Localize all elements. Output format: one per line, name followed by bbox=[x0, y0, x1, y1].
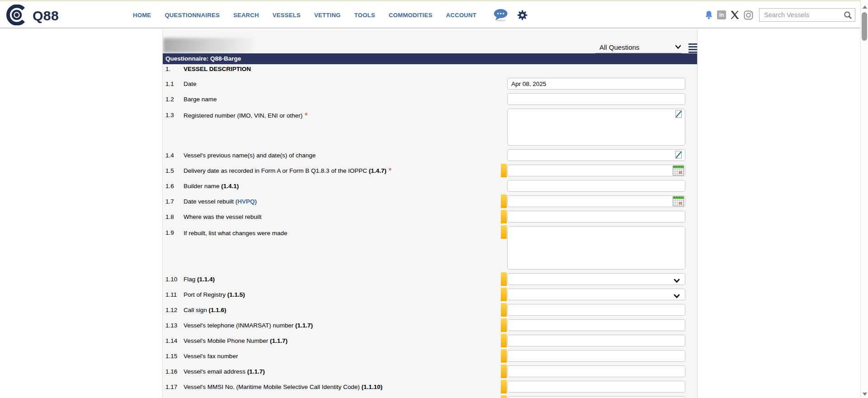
q-1.18-input[interactable] bbox=[507, 396, 685, 398]
q-1.11-select[interactable] bbox=[507, 289, 685, 300]
question-label: Vessel's MMSI No. (Maritime Mobile Selec… bbox=[184, 383, 482, 391]
question-label: Barge name bbox=[184, 95, 482, 103]
required-asterisk: * bbox=[305, 112, 307, 119]
edit-note-icon[interactable] bbox=[674, 109, 683, 120]
nav-item-tools[interactable]: TOOLS bbox=[354, 12, 375, 19]
question-crossref: (1.1.7) bbox=[268, 337, 288, 344]
question-row: 1.15Vessel's fax number bbox=[163, 350, 697, 362]
nav-item-home[interactable]: HOME bbox=[133, 12, 151, 19]
scrollbar-thumb[interactable] bbox=[862, 12, 867, 41]
question-label: Vessel's previous name(s) and date(s) of… bbox=[184, 152, 482, 159]
question-label: Date vessel rebuilt (HVPQ) bbox=[184, 198, 482, 205]
chat-bubble-icon[interactable] bbox=[493, 9, 509, 22]
pending-field-marker bbox=[501, 288, 507, 301]
q-1.13-input[interactable] bbox=[507, 319, 685, 331]
q-1.6-input[interactable] bbox=[507, 180, 685, 192]
question-number: 1.3 bbox=[165, 112, 174, 118]
q-1.15-input[interactable] bbox=[507, 350, 685, 362]
linkedin-icon[interactable]: in bbox=[717, 10, 726, 19]
question-crossref: (1.1.5) bbox=[226, 291, 245, 298]
question-crossref: (1.4.1) bbox=[220, 183, 239, 190]
page-scrollbar[interactable] bbox=[860, 0, 868, 398]
q88-logo-mark-icon bbox=[6, 5, 27, 27]
question-row: 1.18Trading area bbox=[163, 396, 697, 398]
question-crossref: (1.1.4) bbox=[195, 276, 215, 283]
question-label: Vessel's email address (1.1.7) bbox=[184, 368, 482, 375]
edit-note-icon[interactable] bbox=[674, 150, 683, 161]
question-row: 1.3Registered number (IMO, VIN, ENI or o… bbox=[163, 109, 697, 146]
q-1.16-input[interactable] bbox=[507, 365, 685, 377]
question-row: 1.4Vessel's previous name(s) and date(s)… bbox=[163, 149, 697, 161]
questionnaire-panel: All Questions Questionnaire: Q88-Barge 1… bbox=[162, 29, 698, 398]
question-filter-select[interactable]: All Questions bbox=[595, 41, 681, 53]
question-row: 1.16Vessel's email address (1.1.7) bbox=[163, 365, 697, 377]
question-crossref: (1.4.7) bbox=[367, 167, 387, 174]
question-row: 1.11Port of Registry (1.1.5) bbox=[163, 289, 697, 300]
hvpq-link[interactable]: HVPQ bbox=[237, 198, 255, 205]
question-row: 1.14Vessel's Mobile Phone Number (1.1.7) bbox=[163, 335, 697, 346]
question-label: Date bbox=[184, 80, 482, 88]
settings-gear-icon[interactable] bbox=[517, 9, 528, 21]
q-1.8-input[interactable] bbox=[507, 211, 685, 223]
q-1.14-input[interactable] bbox=[507, 335, 685, 346]
q-1.12-input[interactable] bbox=[507, 304, 685, 316]
nav-item-vetting[interactable]: VETTING bbox=[314, 12, 341, 19]
nav-item-questionnaires[interactable]: QUESTIONNAIRES bbox=[165, 12, 220, 19]
section-number: 1. bbox=[165, 66, 170, 72]
questionnaire-title-bar: Questionnaire: Q88-Barge bbox=[163, 53, 697, 64]
question-row: 1.8Where was the vessel rebuilt bbox=[163, 211, 697, 223]
calendar-icon[interactable] bbox=[673, 196, 684, 208]
chevron-down-icon bbox=[674, 292, 680, 300]
notification-bell-icon[interactable] bbox=[705, 10, 713, 20]
hamburger-menu-icon[interactable] bbox=[689, 43, 698, 54]
instagram-icon[interactable] bbox=[744, 10, 753, 20]
question-row: 1.12Call sign (1.1.6) bbox=[163, 304, 697, 316]
question-row: 1.6Builder name (1.4.1) bbox=[163, 180, 697, 192]
pending-field-marker bbox=[501, 349, 507, 363]
question-label: Vessel's fax number bbox=[184, 352, 482, 360]
question-label: If rebuilt, list what changes were made bbox=[184, 229, 482, 237]
section-title: VESSEL DESCRIPTION bbox=[184, 66, 251, 72]
q-1.3-textarea[interactable] bbox=[507, 109, 685, 146]
pending-field-marker bbox=[501, 303, 507, 317]
q-1.10-select[interactable] bbox=[507, 273, 685, 285]
question-row: 1.17Vessel's MMSI No. (Maritime Mobile S… bbox=[163, 381, 697, 393]
nav-item-vessels[interactable]: VESSELS bbox=[273, 12, 301, 19]
question-label: Flag (1.1.4) bbox=[184, 275, 482, 283]
q-1.4-input[interactable] bbox=[507, 149, 685, 161]
redacted-vessel-name bbox=[163, 38, 254, 53]
chevron-down-icon bbox=[675, 45, 681, 49]
calendar-icon[interactable] bbox=[673, 166, 684, 177]
question-number: 1.9 bbox=[165, 229, 174, 236]
nav-item-search[interactable]: SEARCH bbox=[233, 12, 259, 19]
required-asterisk: * bbox=[389, 167, 392, 175]
pending-field-marker bbox=[501, 318, 507, 332]
magnifier-icon[interactable] bbox=[844, 11, 852, 21]
question-label: Builder name (1.4.1) bbox=[184, 182, 482, 190]
question-crossref: (1.1.7) bbox=[245, 368, 265, 375]
question-label: Call sign (1.1.6) bbox=[184, 306, 482, 314]
nav-item-commodities[interactable]: COMMODITIES bbox=[389, 12, 433, 19]
question-number: 1.17 bbox=[165, 384, 177, 390]
question-label: Vessel's telephone (INMARSAT) number (1.… bbox=[184, 322, 482, 329]
q-1.2-input[interactable] bbox=[507, 93, 685, 105]
scrollbar-down-arrow-icon[interactable] bbox=[863, 393, 867, 396]
question-number: 1.11 bbox=[165, 291, 177, 298]
nav-item-account[interactable]: ACCOUNT bbox=[446, 12, 476, 19]
q-1.17-input[interactable] bbox=[507, 381, 685, 393]
question-number: 1.1 bbox=[165, 81, 174, 87]
question-label: Delivery date as recorded in Form A or F… bbox=[184, 167, 482, 175]
question-number: 1.8 bbox=[165, 213, 174, 220]
pending-field-marker bbox=[501, 395, 507, 398]
q-1.1-input[interactable] bbox=[507, 78, 685, 90]
q88-logo[interactable]: Q88 bbox=[6, 5, 59, 27]
top-nav-bar: Q88 HOMEQUESTIONNAIRESSEARCHVESSELSVETTI… bbox=[0, 1, 868, 28]
q-1.5-date-input[interactable] bbox=[507, 165, 685, 176]
q-1.7-date-input[interactable] bbox=[507, 195, 685, 207]
search-vessels-input[interactable] bbox=[759, 8, 855, 22]
scrollbar-up-arrow-icon[interactable] bbox=[863, 5, 867, 9]
section-heading: 1. VESSEL DESCRIPTION bbox=[163, 66, 697, 75]
question-number: 1.7 bbox=[165, 198, 174, 205]
x-social-icon[interactable] bbox=[730, 10, 740, 19]
q-1.9-textarea[interactable] bbox=[507, 226, 685, 270]
